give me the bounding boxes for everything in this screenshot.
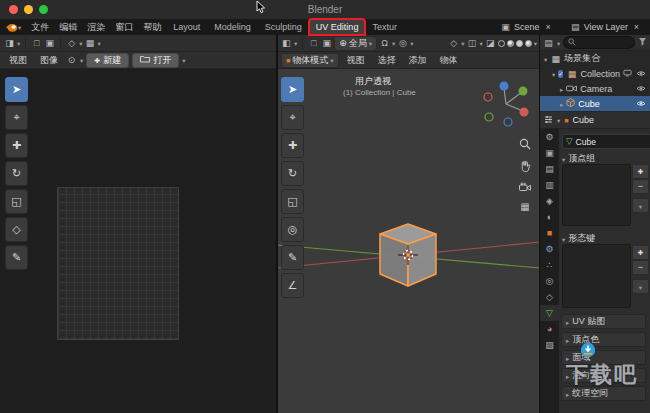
tab-physics-icon[interactable]: ◎ [540,273,559,289]
workspace-tab-texture-paint[interactable]: Textur [365,19,404,35]
vp-menu-view[interactable]: 视图 [342,54,370,67]
vp-tool-transform[interactable]: ◎ [281,217,304,242]
uv-tool-scale[interactable]: ◱ [5,189,28,214]
outliner-row-cube[interactable]: Cube [540,96,650,111]
caret-down-icon[interactable] [17,38,20,48]
uv-tool-tweak[interactable]: ➤ [5,77,28,102]
caret-down-icon[interactable] [294,38,297,48]
open-image-button[interactable]: 打开 [132,53,179,68]
caret-down-icon[interactable] [98,38,101,48]
vp-menu-add[interactable]: 添加 [404,54,432,67]
uv-tool-annotate[interactable]: ✎ [5,245,28,270]
tab-modifiers-icon[interactable]: ⚙ [540,241,559,257]
editor-type-3d-icon[interactable]: ◧ [281,37,292,50]
tab-object-data-icon[interactable]: ▽ [540,305,559,321]
menu-edit[interactable]: 编辑 [54,19,82,35]
vertex-groups-list[interactable] [562,164,631,226]
outliner-row-camera[interactable]: Camera [540,81,650,96]
outliner-row-scene-collection[interactable]: ▦ 场景集合 [540,51,650,66]
expand-icon[interactable] [560,84,563,94]
shading-rendered-icon[interactable] [525,40,532,47]
expand-icon[interactable] [552,69,555,79]
vp-tool-tweak[interactable]: ➤ [281,77,304,102]
shading-solid-icon[interactable] [507,40,514,47]
menu-window[interactable]: 窗口 [110,19,138,35]
workspace-tab-modeling[interactable]: Modeling [207,19,258,35]
eye-icon[interactable] [636,69,646,79]
caret-down-icon[interactable] [182,55,185,65]
tab-view-layer-icon[interactable]: ▥ [540,177,559,193]
zoom-icon[interactable] [519,138,531,152]
vp-tool-rotate[interactable]: ↻ [281,161,304,186]
caret-down-icon[interactable] [534,38,537,48]
tab-object-icon[interactable]: ■ [540,225,559,241]
overlays-toggle-icon[interactable]: ◫ [466,37,477,50]
panel-uv-maps[interactable]: UV 贴图 [561,314,646,329]
shading-wireframe-icon[interactable] [498,40,505,47]
outliner-editor-type-icon[interactable]: ▤ [543,36,554,49]
collection-exclude-checkbox[interactable] [558,70,563,78]
tab-tool-icon[interactable]: ⚙ [540,129,559,145]
vp-tool-scale[interactable]: ◱ [281,189,304,214]
scene-unlink-icon[interactable]: × [543,21,554,34]
select-mode-icon[interactable]: □ [308,37,319,50]
ortho-toggle-icon[interactable]: ▦ [520,202,529,212]
uv-tool-rotate[interactable]: ↻ [5,161,28,186]
scene-name[interactable]: Scene [514,22,540,32]
workspace-tab-sculpting[interactable]: Sculpting [258,19,309,35]
xray-toggle-icon[interactable]: ◪ [485,37,496,50]
camera-view-icon[interactable] [519,182,531,194]
panel-divider[interactable] [539,35,540,413]
caret-down-icon[interactable] [557,38,560,48]
expand-icon[interactable] [560,99,563,109]
navigation-gizmo[interactable] [478,78,534,130]
snap-magnet-icon[interactable]: Ω [379,37,390,50]
shape-key-specials-button[interactable] [632,279,649,294]
close-window-button[interactable] [9,5,18,14]
vertex-group-specials-button[interactable] [632,198,649,213]
outliner-search-input[interactable] [563,36,635,49]
uv-sync-icon[interactable]: ◇ [66,37,77,50]
workspace-tab-layout[interactable]: Layout [166,19,207,35]
uv-display-icon[interactable]: ▦ [85,37,96,50]
expand-icon[interactable] [544,54,547,64]
minimize-window-button[interactable] [24,5,33,14]
tab-render-icon[interactable]: ▣ [540,145,559,161]
outliner-row-collection[interactable]: ▦ Collection [540,66,650,81]
menu-render[interactable]: 渲染 [82,19,110,35]
uv-menu-view[interactable]: 视图 [4,54,32,67]
eye-icon[interactable] [636,84,646,94]
vertex-group-add-button[interactable]: ✚ [632,164,649,179]
select-mode-2-icon[interactable]: ▣ [321,37,332,50]
uv-select-face-icon[interactable]: ▣ [44,37,55,50]
new-image-button[interactable]: ✚ 新建 [86,53,129,68]
screen-icon[interactable] [623,69,632,79]
caret-down-icon[interactable] [557,115,560,125]
tab-constraints-icon[interactable]: ◇ [540,289,559,305]
tab-particles-icon[interactable]: ∴ [540,257,559,273]
view-layer-unlink-icon[interactable]: × [631,21,642,34]
filter-funnel-icon[interactable] [638,37,647,48]
tab-world-icon[interactable]: ◐ [540,209,559,225]
uv-tool-transform[interactable]: ◇ [5,217,28,242]
menu-file[interactable]: 文件 [26,19,54,35]
zoom-window-button[interactable] [39,5,48,14]
vp-menu-select[interactable]: 选择 [373,54,401,67]
vp-tool-measure[interactable]: ∠ [281,273,304,298]
caret-down-icon[interactable] [80,55,83,65]
tab-scene-icon[interactable]: ◈ [540,193,559,209]
shading-material-icon[interactable] [516,40,523,47]
caret-down-icon[interactable] [479,38,482,48]
transform-orientation-dropdown[interactable]: ⊕ 全局 [334,36,377,51]
pivot-icon[interactable]: ⊙ [66,54,77,67]
shape-key-add-button[interactable]: ✚ [632,245,649,260]
workspace-tab-uv-editing[interactable]: UV Editing [309,19,366,35]
caret-down-icon[interactable] [461,38,464,48]
tab-texture-icon[interactable]: ▨ [540,337,559,353]
proportional-edit-icon[interactable]: ◎ [397,37,408,50]
uv-select-vertex-icon[interactable]: □ [31,37,42,50]
mesh-data-name-field[interactable]: ▽ Cube [562,134,650,149]
vertex-group-remove-button[interactable]: − [632,179,649,194]
blender-logo-icon[interactable] [0,19,26,35]
mode-dropdown[interactable]: ■ 物体模式 [281,53,339,68]
